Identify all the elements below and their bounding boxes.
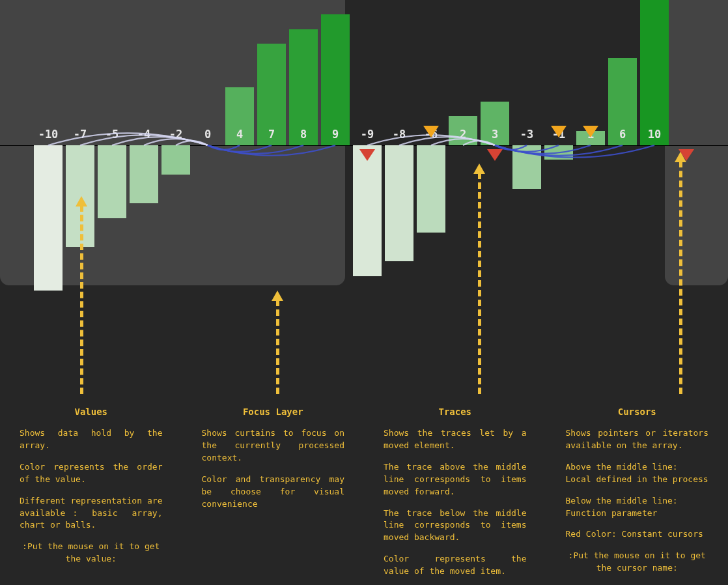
bar-label: 7	[257, 128, 286, 141]
bar-label: 8	[289, 128, 318, 141]
bar-label: -3	[512, 128, 541, 141]
legend-para: Color represents the value of the moved …	[384, 553, 527, 578]
legend-para: Above the middle line: Local defined in …	[566, 461, 709, 486]
annotation-arrow	[679, 161, 682, 394]
bar[interactable]	[130, 145, 158, 203]
arrow-head-icon	[272, 291, 283, 301]
legend-title: Traces	[384, 405, 527, 418]
legend-para: Below the middle line: Function paramete…	[566, 495, 709, 520]
arrow-head-icon	[76, 196, 87, 207]
annotation-arrow	[80, 205, 83, 394]
arrow-head-icon	[675, 152, 686, 162]
bar[interactable]	[417, 145, 445, 233]
bar-label: 6	[608, 128, 637, 141]
legend-para: The trace above the middle line correspo…	[384, 461, 527, 498]
bar-label: -9	[353, 128, 382, 141]
bar-label: -8	[385, 128, 413, 141]
legend-tip: :Put the mouse on it to get the value:	[20, 541, 163, 565]
bar-label: 3	[481, 128, 509, 141]
legend-para: Shows the traces let by a moved element.	[384, 427, 527, 452]
legend-para: Different representation are available :…	[20, 495, 163, 532]
annotation-arrow	[478, 173, 481, 394]
legend-row: Values Shows data hold by the array. Col…	[0, 405, 728, 585]
legend-para: Shows curtains to focus on the currently…	[202, 427, 345, 464]
legend-traces: Traces Shows the traces let by a moved e…	[364, 405, 546, 585]
bar[interactable]	[353, 145, 382, 276]
bar-label: -5	[98, 128, 126, 141]
legend-focus: Focus Layer Shows curtains to focus on t…	[182, 405, 365, 585]
bar-label: -4	[130, 128, 158, 141]
bar[interactable]	[321, 14, 350, 145]
legend-para: Color represents the order of the value.	[20, 461, 163, 486]
bar-label: 9	[321, 128, 350, 141]
legend-para: The trace below the middle line correspo…	[384, 507, 527, 545]
legend-para: Shows pointers or iterators available on…	[566, 427, 709, 452]
bar[interactable]	[512, 145, 541, 189]
bar[interactable]	[98, 145, 126, 218]
cursor-marker[interactable]	[423, 126, 439, 137]
legend-tip: :Put the mouse on it to get the cursor n…	[566, 550, 709, 575]
bar-label: -7	[66, 128, 94, 141]
bar-label: -10	[34, 128, 63, 141]
bar-label: 10	[640, 128, 669, 141]
cursor-marker[interactable]	[487, 149, 503, 161]
bar[interactable]	[544, 145, 573, 160]
bar-label: 4	[225, 128, 254, 141]
legend-title: Values	[20, 405, 163, 418]
bar-label: -2	[161, 128, 190, 141]
trace-backward	[495, 145, 591, 154]
bar[interactable]	[385, 145, 413, 261]
legend-cursors: Cursors Shows pointers or iterators avai…	[546, 405, 729, 585]
bar[interactable]	[34, 145, 63, 291]
cursor-marker[interactable]	[583, 126, 598, 137]
bar-label: 2	[449, 128, 477, 141]
bar[interactable]	[161, 145, 190, 175]
legend-para: Shows data hold by the array.	[20, 427, 163, 452]
bar[interactable]	[640, 0, 669, 145]
arrow-head-icon	[473, 164, 485, 174]
bar-label: 0	[193, 128, 222, 141]
chart-area: -10-7-5-4-204789-9-8-623-3-11610	[0, 0, 728, 300]
cursor-marker[interactable]	[551, 126, 567, 137]
legend-para: Color and transparency may be choose for…	[202, 474, 345, 511]
legend-para: Red Color: Constant cursors	[566, 528, 709, 541]
cursor-marker[interactable]	[359, 149, 375, 161]
annotation-arrow	[276, 300, 279, 394]
legend-values: Values Shows data hold by the array. Col…	[0, 405, 182, 585]
legend-title: Cursors	[566, 405, 709, 418]
legend-title: Focus Layer	[202, 405, 345, 418]
focus-panel-right	[665, 0, 728, 285]
